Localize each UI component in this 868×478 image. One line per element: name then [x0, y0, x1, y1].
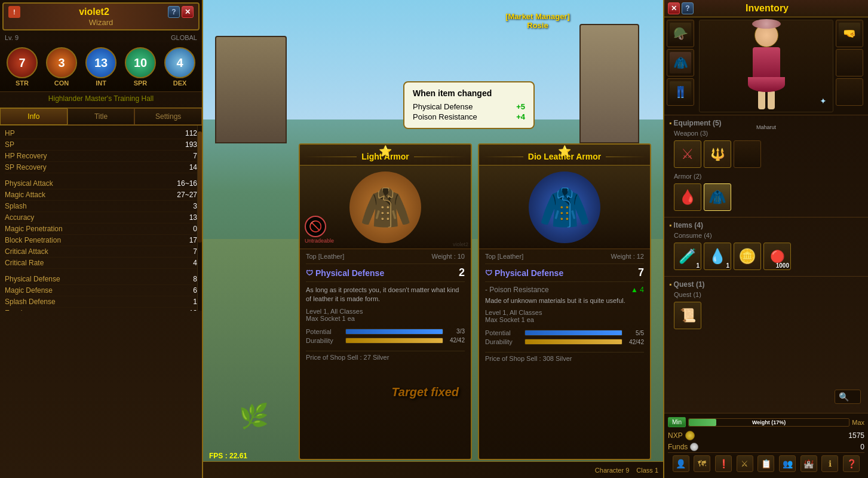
stat-hp-recovery: HP Recovery 7 — [5, 151, 197, 162]
item-right-weight: Weight : 12 — [611, 253, 644, 260]
slot-head[interactable]: 🪖 — [667, 20, 694, 47]
consume-count-4: 1000 — [776, 262, 789, 269]
inventory-bottom: Min Weight (17%) Max NXP 1575 Funds 0 — [664, 413, 868, 478]
bottom-bar: Character 9 Class 1 — [203, 461, 663, 478]
stat-accuracy: Accuracy 13 — [5, 212, 197, 223]
inventory-title: Inventory — [746, 3, 789, 14]
action-character-icon[interactable]: 👤 — [673, 455, 689, 472]
item-changed-tooltip: When item changed Physical Defense +5 Po… — [403, 81, 535, 129]
item-left-details: Top [Leather] Weight : 10 🛡 Physical Def… — [300, 249, 471, 364]
action-info2-icon[interactable]: ℹ — [821, 455, 838, 472]
stat-con[interactable]: 3 CON — [44, 47, 79, 87]
item-left-progress: Potential 3/3 Durability 42/42 — [306, 326, 465, 348]
character-name: violet2 — [79, 7, 109, 17]
armor-slot-1[interactable]: 🩸 — [674, 183, 701, 211]
action-alert-icon[interactable]: ❗ — [715, 455, 732, 472]
slot-gloves[interactable] — [836, 49, 863, 76]
int-orb: 13 — [85, 47, 116, 78]
armor-subsection: Armor (2) 🩸 🧥 — [669, 171, 863, 215]
consume-subsection: Consume (4) 🧪 1 💧 1 🪙 🔴 1000 — [669, 231, 863, 274]
int-label: INT — [96, 79, 106, 87]
consume-slot-1[interactable]: 🧪 1 — [674, 243, 701, 270]
spr-value: 10 — [134, 56, 147, 70]
quest2-count: (1) — [693, 291, 701, 298]
untradeable-badge: 🚫 Untradeable — [305, 216, 334, 244]
char-equipment-area: 🪖 🧥 👖 — [664, 17, 868, 115]
stat-int[interactable]: 13 INT — [84, 47, 118, 87]
stat-physical-attack: Physical Attack 16~16 — [5, 178, 197, 189]
tab-info[interactable]: Info — [0, 108, 68, 125]
min-button[interactable]: Min — [668, 417, 686, 427]
item-right-image-area: 🧥 — [479, 166, 650, 249]
weapon-slot-1[interactable]: ⚔ — [674, 140, 701, 168]
quest-slot-1[interactable]: 📜 — [674, 302, 701, 329]
tab-settings[interactable]: Settings — [134, 108, 202, 125]
tooltip-stat2-value: +4 — [516, 112, 525, 121]
slot-legs[interactable]: 👖 — [667, 78, 694, 106]
weight-min-max: Min Weight (17%) Max — [668, 417, 864, 427]
stat-sp-recovery: SP Recovery 14 — [5, 162, 197, 173]
slot-boots[interactable] — [836, 78, 863, 106]
armor-icon-2: 🧥 — [708, 189, 726, 206]
action-help-icon[interactable]: ❓ — [843, 455, 860, 472]
quest-slots: 📜 — [674, 299, 858, 332]
consume-count-2: 1 — [726, 262, 729, 269]
durability-label-right: Durability — [485, 338, 521, 345]
item-left-price: Price of Shop Sell : 27 Silver — [306, 351, 465, 361]
potion-icon-red: 🧪 — [679, 248, 697, 265]
search-bar[interactable]: 🔍 — [835, 390, 861, 404]
quest-count: (1) — [696, 280, 705, 289]
action-sword-icon[interactable]: ⚔ — [737, 455, 753, 472]
nxp-coin — [685, 431, 695, 440]
item-right-defense-line: 🛡 Physical Defense 7 — [485, 263, 644, 282]
item-left-defense-value: 2 — [459, 266, 465, 279]
action-guild-icon[interactable]: 🏰 — [800, 455, 817, 472]
tooltip-stat1: Physical Defense +5 — [413, 102, 525, 112]
weapon-icon-2: 🔱 — [710, 147, 725, 161]
stat-physical-defense: Physical Defense 8 — [5, 274, 197, 285]
action-quest-icon[interactable]: 📋 — [757, 455, 774, 472]
character-bar-value: 9 — [625, 467, 629, 474]
item-right-image: 🧥 — [529, 171, 600, 243]
spr-orb: 10 — [125, 47, 156, 78]
silver-coin — [690, 443, 698, 451]
consume-slot-3[interactable]: 🪙 — [734, 243, 761, 270]
item-left-type: Top [Leather] — [306, 253, 344, 260]
tooltip-stat2-name: Poison Resistance — [413, 112, 477, 121]
stat-critical-rate: Critical Rate 4 — [5, 258, 197, 269]
consume-slot-2[interactable]: 💧 1 — [704, 243, 731, 270]
max-label: Max — [852, 419, 864, 426]
item-right-defense-label: Physical Defense — [495, 268, 563, 278]
armor-slot-2[interactable]: 🧥 — [704, 183, 731, 211]
tooltip-title: When item changed — [413, 88, 525, 98]
weapon-slot-3[interactable] — [734, 140, 761, 168]
action-map-icon[interactable]: 🗺 — [694, 455, 710, 472]
inv-help-icon[interactable]: ? — [682, 2, 694, 14]
fps-counter: FPS : 22.61 — [209, 452, 247, 460]
coin-icon: 🪙 — [738, 248, 756, 265]
tooltip-stat1-name: Physical Defense — [413, 102, 473, 111]
tab-title[interactable]: Title — [68, 108, 135, 125]
untradeable-text: Untradeable — [305, 238, 334, 244]
target-fixed-text: Target fixed — [391, 385, 459, 399]
inv-close-icon[interactable]: ✕ — [668, 2, 680, 14]
bottom-action-icons: 👤 🗺 ❗ ⚔ 📋 👥 🏰 ℹ ❓ — [668, 452, 864, 474]
potential-value-left: 3/3 — [447, 328, 465, 335]
tooltip-stat1-value: +5 — [516, 102, 525, 111]
slot-chest[interactable]: 🧥 — [667, 49, 694, 76]
quest-label: Quest — [674, 280, 694, 289]
quest-subsection: Quest (1) 📜 — [669, 290, 863, 333]
item-comparison-area: ⭐ Light Armor 🧥 🚫 Untradeable violet2 To… — [293, 143, 657, 460]
durability-bar-right — [525, 339, 622, 345]
class-bar-value: 1 — [655, 467, 658, 474]
action-group-icon[interactable]: 👥 — [779, 455, 796, 472]
poison-label: - Poison Resistance — [485, 286, 549, 294]
slot-right-hand[interactable]: 🤜 — [836, 20, 863, 47]
consume-slot-4[interactable]: 🔴 1000 — [763, 243, 791, 270]
stat-spr[interactable]: 10 SPR — [123, 47, 158, 87]
weapon-slot-2[interactable]: 🔱 — [704, 140, 731, 168]
items-count: (4) — [694, 221, 703, 229]
stat-dex[interactable]: 4 DEX — [162, 47, 197, 87]
sparkle-icon: ✦ — [820, 96, 827, 106]
stat-str[interactable]: 7 STR — [5, 47, 39, 87]
